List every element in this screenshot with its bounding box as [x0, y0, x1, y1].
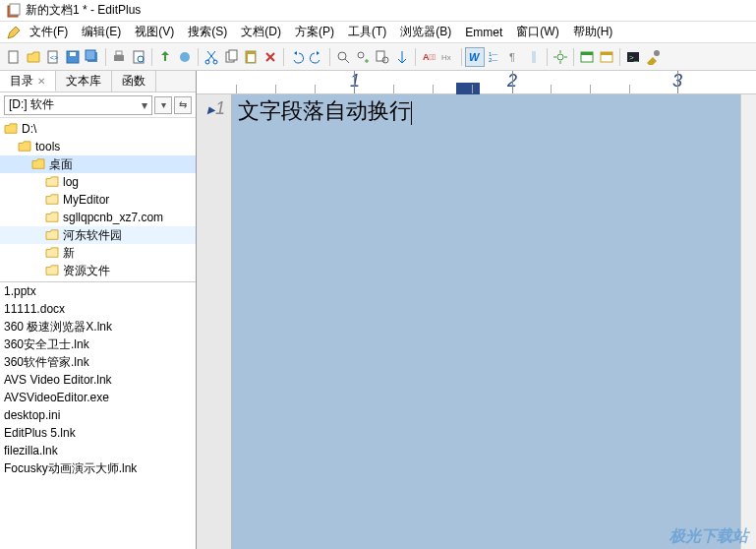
find-in-files-button[interactable] — [373, 47, 392, 67]
folder-tree-item[interactable]: 新 — [0, 244, 196, 262]
file-list-item[interactable]: 360软件管家.lnk — [0, 353, 196, 371]
svg-rect-6 — [70, 52, 76, 56]
drive-select[interactable]: [D:] 软件 — [4, 95, 152, 115]
svg-rect-35 — [601, 52, 612, 55]
menu-browser[interactable]: 浏览器(B) — [394, 22, 457, 42]
paste-button[interactable] — [241, 47, 261, 67]
toolbar: <> A̲ͣ Hx W 1—2— ¶ >_ — [0, 43, 756, 71]
menu-file[interactable]: 文件(F) — [24, 22, 74, 42]
word-wrap-button[interactable]: W — [465, 47, 485, 67]
svg-rect-33 — [581, 52, 593, 55]
file-list-item[interactable]: desktop.ini — [0, 406, 196, 424]
browser-preview-button[interactable] — [597, 47, 616, 67]
redo-button[interactable] — [307, 47, 326, 67]
folder-tree[interactable]: D:\tools桌面logMyEditorsgllqpcnb_xz7.com河东… — [0, 118, 196, 282]
editor-text-content: 文字段落自动换行 — [238, 98, 411, 123]
folder-label: 河东软件园 — [63, 227, 122, 244]
folder-tree-item[interactable]: 资源文件 — [0, 262, 196, 279]
ruler-mark: 1 — [350, 71, 360, 92]
file-list-item[interactable]: AVS Video Editor.lnk — [0, 371, 196, 389]
drive-refresh-button[interactable]: ⇆ — [174, 96, 192, 114]
ftp-upload-button[interactable] — [155, 47, 175, 67]
toolbar-separator — [198, 48, 199, 66]
file-list-item[interactable]: EditPlus 5.lnk — [0, 424, 196, 442]
tab-cliptext[interactable]: 文本库 — [56, 71, 112, 92]
file-list-item[interactable]: AVSVideoEditor.exe — [0, 389, 196, 406]
svg-rect-19 — [248, 54, 255, 62]
find-button[interactable] — [333, 47, 353, 67]
svg-rect-22 — [377, 51, 384, 61]
new-file-button[interactable] — [4, 47, 24, 67]
toolbar-separator — [105, 48, 106, 66]
replace-button[interactable] — [353, 47, 373, 67]
file-list-item[interactable]: filezilla.lnk — [0, 442, 196, 459]
open-file-button[interactable] — [24, 47, 43, 67]
svg-text:A̲ͣ: A̲ͣ — [423, 52, 436, 62]
pencil-icon — [6, 25, 22, 40]
ftp-settings-button[interactable] — [175, 47, 195, 67]
vertical-scrollbar[interactable] — [740, 94, 756, 549]
menu-edit[interactable]: 编辑(E) — [76, 22, 127, 42]
new-html-button[interactable]: <> — [43, 47, 63, 67]
ruler: 1 2 3 — [197, 71, 756, 94]
spell-check-button[interactable]: A̲ͣ — [419, 47, 438, 67]
terminal-button[interactable]: >_ — [623, 47, 643, 67]
text-cursor — [411, 101, 412, 125]
menu-window[interactable]: 窗口(W) — [510, 22, 564, 42]
menu-tools[interactable]: 工具(T) — [342, 22, 392, 42]
menu-project[interactable]: 方案(P) — [289, 22, 340, 42]
menu-document[interactable]: 文档(D) — [235, 22, 287, 42]
drive-menu-button[interactable]: ▾ — [154, 96, 172, 114]
folder-label: 桌面 — [49, 156, 73, 173]
svg-rect-2 — [9, 51, 18, 63]
line-number-button[interactable]: 1—2— — [485, 47, 504, 67]
undo-button[interactable] — [287, 47, 307, 67]
hex-view-button[interactable]: Hx — [438, 47, 458, 67]
save-all-button[interactable] — [83, 47, 102, 67]
folder-tree-item[interactable]: tools — [0, 138, 196, 155]
menu-help[interactable]: 帮助(H) — [567, 22, 619, 42]
file-list-item[interactable]: 1.pptx — [0, 282, 196, 300]
browser-code-button[interactable] — [577, 47, 597, 67]
text-editor[interactable]: 文字段落自动换行 — [232, 94, 740, 549]
save-button[interactable] — [63, 47, 83, 67]
cut-button[interactable] — [202, 47, 221, 67]
svg-rect-10 — [116, 51, 122, 55]
watermark: 极光下载站 www.xz7.com — [664, 526, 748, 549]
print-preview-button[interactable] — [129, 47, 148, 67]
title-bar: 新的文档1 * - EditPlus — [0, 0, 756, 22]
column-marker-button[interactable] — [524, 47, 544, 67]
delete-button[interactable] — [261, 47, 280, 67]
folder-tree-item[interactable]: MyEditor — [0, 191, 196, 209]
menu-emmet[interactable]: Emmet — [459, 24, 508, 41]
tab-label: 文本库 — [66, 73, 101, 90]
window-title: 新的文档1 * - EditPlus — [26, 2, 141, 19]
file-list-item[interactable]: 360安全卫士.lnk — [0, 336, 196, 353]
file-list-item[interactable]: 360 极速浏览器X.lnk — [0, 318, 196, 336]
tab-directory[interactable]: 目录✕ — [0, 71, 56, 92]
folder-tree-item[interactable]: log — [0, 173, 196, 191]
folder-tree-item[interactable]: D:\ — [0, 120, 196, 138]
toolbar-separator — [415, 48, 416, 66]
toolbar-separator — [151, 48, 152, 66]
user-tool-button[interactable] — [643, 47, 663, 67]
settings-button[interactable] — [551, 47, 570, 67]
goto-line-button[interactable] — [392, 47, 412, 67]
folder-tree-item[interactable]: sgllqpcnb_xz7.com — [0, 209, 196, 226]
file-list-item[interactable]: 11111.docx — [0, 300, 196, 318]
file-list[interactable]: 1.pptx11111.docx360 极速浏览器X.lnk360安全卫士.ln… — [0, 282, 196, 549]
folder-tree-item[interactable]: 桌面 — [0, 155, 196, 173]
directory-panel: 目录✕ 文本库 函数 [D:] 软件 ▾ ⇆ D:\tools桌面logMyEd… — [0, 71, 197, 549]
show-invisibles-button[interactable]: ¶ — [504, 47, 524, 67]
menu-view[interactable]: 视图(V) — [129, 22, 180, 42]
menu-search[interactable]: 搜索(S) — [182, 22, 233, 42]
tab-functions[interactable]: 函数 — [112, 71, 156, 92]
folder-tree-item[interactable]: 河东软件园 — [0, 226, 196, 244]
file-list-item[interactable]: Focusky动画演示大师.lnk — [0, 459, 196, 477]
print-button[interactable] — [109, 47, 129, 67]
svg-text:W: W — [469, 51, 481, 63]
copy-button[interactable] — [221, 47, 241, 67]
sidebar-tabs: 目录✕ 文本库 函数 — [0, 71, 196, 92]
tab-close-icon[interactable]: ✕ — [37, 76, 45, 87]
svg-rect-1 — [10, 4, 20, 15]
